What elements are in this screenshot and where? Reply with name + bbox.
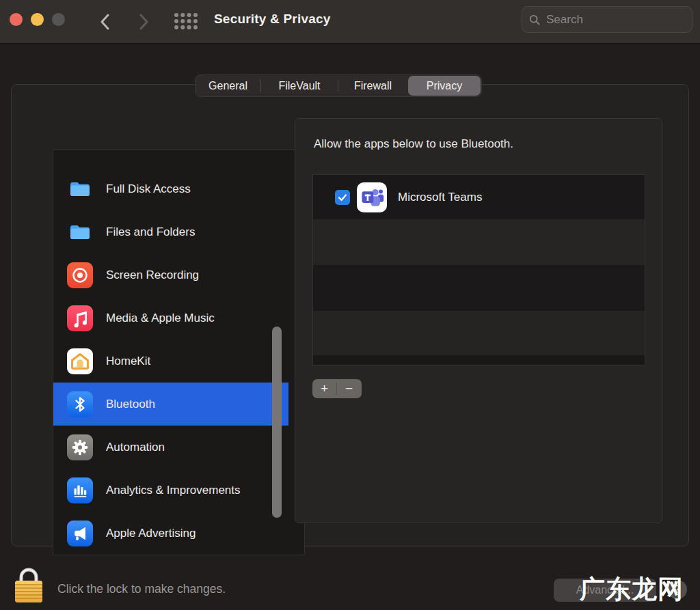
sidebar-item-screen-recording[interactable]: Screen Recording — [53, 253, 304, 296]
music-note-icon — [67, 305, 93, 331]
search-input[interactable] — [546, 13, 685, 27]
chevron-left-icon — [100, 14, 111, 30]
sidebar-item-full-disk-access[interactable]: Full Disk Access — [53, 167, 304, 210]
sidebar-scrollbar-thumb[interactable] — [272, 327, 282, 518]
traffic-lights — [10, 13, 65, 26]
tab-privacy[interactable]: Privacy — [408, 76, 481, 96]
app-name: Microsoft Teams — [398, 191, 482, 204]
home-icon — [67, 348, 93, 374]
sidebar-item-label: Bluetooth — [106, 398, 155, 411]
sidebar-item-automation[interactable]: Automation — [53, 426, 304, 469]
megaphone-icon — [67, 521, 93, 546]
sidebar-item-label: Automation — [106, 441, 165, 454]
search-field[interactable] — [522, 6, 692, 33]
sidebar-item-label: Files and Folders — [106, 225, 195, 239]
grid-icon — [174, 12, 198, 30]
folder-icon — [67, 219, 93, 245]
close-button[interactable] — [10, 13, 23, 26]
sidebar-item-label: HomeKit — [106, 355, 150, 368]
remove-app-button[interactable]: − — [337, 379, 361, 398]
gear-icon — [67, 434, 93, 460]
minimize-button[interactable] — [31, 13, 44, 26]
sidebar-item-label: Screen Recording — [106, 268, 199, 282]
sidebar-item-label: Apple Advertising — [106, 527, 196, 540]
bluetooth-detail-pane: Allow the apps below to use Bluetooth. — [295, 118, 662, 523]
sidebar-item-label: Media & Apple Music — [106, 311, 215, 325]
tab-general[interactable]: General — [196, 75, 260, 96]
lock-hint-text: Click the lock to make changes. — [57, 582, 226, 596]
add-remove-group: + − — [312, 379, 362, 398]
lock-button[interactable] — [14, 563, 44, 605]
back-button[interactable] — [93, 10, 118, 34]
record-icon — [67, 262, 93, 288]
tab-firewall[interactable]: Firewall — [338, 75, 407, 96]
privacy-category-list: Full Disk Access Files and Folders — [53, 149, 305, 555]
lock-icon — [14, 563, 44, 605]
checkmark-icon — [336, 191, 349, 204]
pane-heading: Allow the apps below to use Bluetooth. — [314, 137, 513, 151]
bluetooth-icon — [67, 391, 93, 417]
empty-list-row — [313, 265, 645, 311]
sidebar-item-analytics-improvements[interactable]: Analytics & Improvements — [53, 469, 304, 512]
sidebar-item-media-apple-music[interactable]: Media & Apple Music — [53, 296, 304, 339]
security-privacy-window: Security & Privacy General FileVault Fir… — [0, 0, 700, 610]
titlebar: Security & Privacy — [0, 0, 700, 44]
sidebar-item-bluetooth[interactable]: Bluetooth — [53, 383, 288, 426]
tab-filevault[interactable]: FileVault — [261, 75, 338, 96]
show-all-button[interactable] — [174, 12, 198, 33]
sidebar-item-apple-advertising[interactable]: Apple Advertising — [53, 512, 304, 555]
sidebar-item-files-and-folders[interactable]: Files and Folders — [53, 210, 304, 253]
page-title: Security & Privacy — [214, 12, 330, 27]
zoom-button[interactable] — [52, 13, 65, 26]
sidebar-item-label: Analytics & Improvements — [106, 484, 241, 497]
forward-button[interactable] — [131, 10, 156, 34]
add-app-button[interactable]: + — [312, 379, 336, 398]
empty-list-row — [313, 219, 645, 265]
sidebar-item-label: Full Disk Access — [106, 182, 191, 196]
empty-list-row — [313, 355, 645, 365]
search-icon — [529, 14, 540, 26]
app-checkbox[interactable] — [335, 190, 350, 205]
sidebar-item-homekit[interactable]: HomeKit — [53, 339, 304, 383]
watermark-text: 广东龙网 — [580, 572, 684, 607]
privacy-panel: Full Disk Access Files and Folders — [11, 84, 689, 546]
microsoft-teams-app-icon — [357, 182, 387, 212]
empty-list-row — [313, 311, 645, 355]
tab-bar: General FileVault Firewall Privacy — [195, 74, 482, 97]
allowed-apps-list: Microsoft Teams — [312, 174, 645, 365]
bar-chart-icon — [67, 477, 93, 503]
app-row-microsoft-teams[interactable]: Microsoft Teams — [313, 175, 645, 219]
folder-icon — [67, 176, 93, 202]
chevron-right-icon — [138, 14, 149, 30]
